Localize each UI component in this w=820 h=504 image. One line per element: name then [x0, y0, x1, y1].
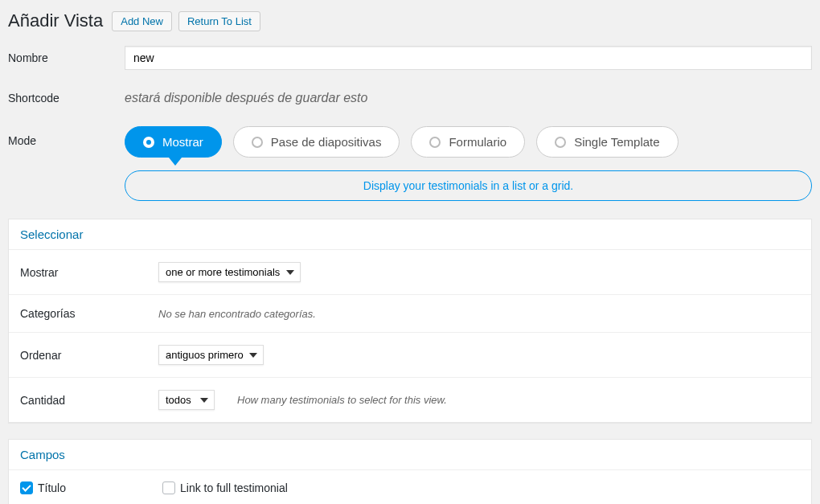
page-title: Añadir Vista — [8, 10, 103, 31]
shortcode-row: Shortcode estará disponible después de g… — [8, 91, 812, 105]
link-checkbox-label: Link to full testimonial — [180, 481, 288, 494]
name-input[interactable] — [125, 46, 812, 70]
mode-label: Mode — [8, 126, 125, 147]
mode-content: Mostrar Pase de diapositivas Formulario … — [125, 126, 812, 201]
mode-pill-label: Mostrar — [162, 135, 203, 149]
title-checkbox[interactable] — [20, 481, 33, 494]
order-label: Ordenar — [20, 349, 158, 362]
show-select[interactable]: one or more testimonials — [158, 262, 301, 282]
radio-icon — [252, 137, 263, 148]
fields-panel: Campos Título Link to full testimonial — [8, 439, 812, 504]
select-panel-header: Seleccionar — [9, 219, 811, 250]
mode-pill-display[interactable]: Mostrar — [125, 126, 222, 158]
name-label: Nombre — [8, 51, 125, 64]
mode-pill-form[interactable]: Formulario — [411, 126, 525, 158]
mode-pills: Mostrar Pase de diapositivas Formulario … — [125, 126, 812, 158]
add-new-button[interactable]: Add New — [112, 11, 172, 31]
show-label: Mostrar — [20, 266, 158, 279]
mode-pill-label: Single Template — [574, 135, 659, 149]
quantity-row: Cantidad todos How many testimonials to … — [9, 378, 811, 422]
return-to-list-button[interactable]: Return To List — [178, 11, 260, 31]
mode-pill-label: Formulario — [449, 135, 506, 149]
mode-pill-slideshow[interactable]: Pase de diapositivas — [233, 126, 400, 158]
shortcode-placeholder-text: estará disponible después de guardar est… — [125, 91, 367, 105]
quantity-label: Cantidad — [20, 394, 158, 407]
select-panel: Seleccionar Mostrar one or more testimon… — [8, 219, 812, 423]
categories-empty-text: No se han encontrado categorías. — [158, 308, 316, 320]
fields-panel-title: Campos — [20, 448, 800, 461]
mode-pill-label: Pase de diapositivas — [271, 135, 382, 149]
mode-description: Display your testimonials in a list or a… — [125, 170, 812, 201]
fields-checkbox-row: Título Link to full testimonial — [9, 470, 811, 504]
name-row: Nombre — [8, 46, 812, 70]
radio-icon — [429, 137, 441, 148]
categories-row: Categorías No se han encontrado categorí… — [9, 295, 811, 333]
order-row: Ordenar antiguos primero — [9, 333, 811, 378]
quantity-select[interactable]: todos — [158, 390, 215, 410]
pill-pointer-icon — [169, 158, 182, 166]
mode-pill-single-template[interactable]: Single Template — [536, 126, 678, 158]
shortcode-label: Shortcode — [8, 92, 125, 104]
mode-row: Mode Mostrar Pase de diapositivas Formul… — [8, 126, 812, 201]
page-header: Añadir Vista Add New Return To List — [8, 8, 812, 31]
radio-icon — [555, 137, 566, 148]
fields-panel-header: Campos — [9, 440, 811, 470]
link-checkbox-container: Link to full testimonial — [162, 481, 288, 494]
radio-icon — [143, 137, 154, 148]
title-checkbox-container: Título — [20, 481, 66, 494]
link-checkbox[interactable] — [162, 481, 175, 494]
quantity-note: How many testimonials to select for this… — [237, 394, 447, 406]
title-checkbox-label: Título — [38, 481, 66, 494]
show-row: Mostrar one or more testimonials — [9, 250, 811, 295]
categories-label: Categorías — [20, 307, 158, 320]
select-panel-title: Seleccionar — [20, 227, 800, 241]
order-select[interactable]: antiguos primero — [158, 345, 264, 365]
